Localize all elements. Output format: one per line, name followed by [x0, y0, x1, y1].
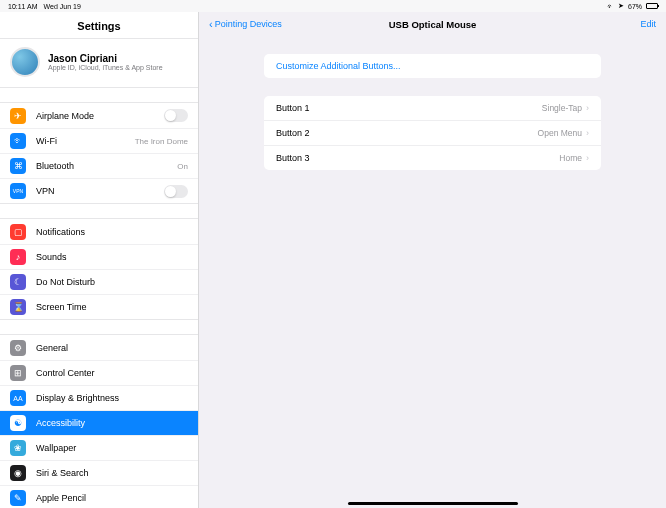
sidebar-item-wallpaper[interactable]: ❀ Wallpaper	[0, 435, 198, 460]
edit-button[interactable]: Edit	[640, 19, 656, 29]
screentime-icon: ⌛	[10, 299, 26, 315]
display-icon: AA	[10, 390, 26, 406]
airplane-toggle[interactable]	[164, 109, 188, 122]
sidebar-item-siri[interactable]: ◉ Siri & Search	[0, 460, 198, 485]
sidebar-item-wifi[interactable]: ᯤ Wi-Fi The Iron Dome	[0, 128, 198, 153]
sidebar-item-accessibility[interactable]: ☯ Accessibility	[0, 410, 198, 435]
customize-buttons-row[interactable]: Customize Additional Buttons...	[264, 54, 601, 78]
wallpaper-icon: ❀	[10, 440, 26, 456]
sidebar-item-label: General	[36, 343, 188, 353]
button-label: Button 2	[276, 128, 310, 138]
sidebar-item-general[interactable]: ⚙ General	[0, 335, 198, 360]
sidebar-item-label: Apple Pencil	[36, 493, 188, 503]
sidebar-item-label: Control Center	[36, 368, 188, 378]
back-label: Pointing Devices	[215, 19, 282, 29]
sidebar-item-airplane[interactable]: ✈ Airplane Mode	[0, 103, 198, 128]
profile-sub: Apple ID, iCloud, iTunes & App Store	[48, 64, 163, 71]
sidebar-item-label: Bluetooth	[36, 161, 177, 171]
chevron-right-icon: ›	[586, 103, 589, 113]
sidebar-item-label: Siri & Search	[36, 468, 188, 478]
sidebar-item-label: Wallpaper	[36, 443, 188, 453]
sidebar-item-screentime[interactable]: ⌛ Screen Time	[0, 294, 198, 319]
control-center-icon: ⊞	[10, 365, 26, 381]
sidebar-item-label: Do Not Disturb	[36, 277, 188, 287]
airplane-icon: ✈	[10, 108, 26, 124]
chevron-right-icon: ›	[586, 128, 589, 138]
battery-pct: 67%	[628, 3, 642, 10]
group-connectivity: ✈ Airplane Mode ᯤ Wi-Fi The Iron Dome ⌘ …	[0, 102, 198, 204]
sidebar-item-label: Wi-Fi	[36, 136, 135, 146]
button-1-row[interactable]: Button 1 Single-Tap ›	[264, 96, 601, 120]
location-icon: ➤	[618, 2, 624, 10]
customize-link: Customize Additional Buttons...	[276, 61, 401, 71]
sidebar-title: Settings	[0, 12, 198, 38]
sidebar-item-sounds[interactable]: ♪ Sounds	[0, 244, 198, 269]
sidebar-item-pencil[interactable]: ✎ Apple Pencil	[0, 485, 198, 508]
wifi-icon: ᯤ	[607, 3, 614, 10]
wifi-icon: ᯤ	[10, 133, 26, 149]
settings-sidebar: Settings Jason Cipriani Apple ID, iCloud…	[0, 12, 199, 508]
sidebar-item-dnd[interactable]: ☾ Do Not Disturb	[0, 269, 198, 294]
accessibility-icon: ☯	[10, 415, 26, 431]
group-alerts: ▢ Notifications ♪ Sounds ☾ Do Not Distur…	[0, 218, 198, 320]
page-title: USB Optical Mouse	[389, 19, 477, 30]
general-icon: ⚙	[10, 340, 26, 356]
chevron-left-icon: ‹	[209, 19, 213, 30]
status-bar: 10:11 AM Wed Jun 19 ᯤ ➤ 67%	[0, 0, 666, 12]
apple-id-row[interactable]: Jason Cipriani Apple ID, iCloud, iTunes …	[0, 38, 198, 88]
button-3-row[interactable]: Button 3 Home ›	[264, 145, 601, 170]
bt-detail: On	[177, 162, 188, 171]
sidebar-item-label: Screen Time	[36, 302, 188, 312]
battery-icon	[646, 3, 658, 9]
sidebar-item-cc[interactable]: ⊞ Control Center	[0, 360, 198, 385]
profile-name: Jason Cipriani	[48, 53, 163, 64]
button-action: Single-Tap	[542, 103, 582, 113]
vpn-icon: VPN	[10, 183, 26, 199]
sidebar-item-display[interactable]: AA Display & Brightness	[0, 385, 198, 410]
button-label: Button 1	[276, 103, 310, 113]
sidebar-item-label: Sounds	[36, 252, 188, 262]
wifi-detail: The Iron Dome	[135, 137, 188, 146]
dnd-icon: ☾	[10, 274, 26, 290]
sidebar-item-label: Notifications	[36, 227, 188, 237]
status-time: 10:11 AM	[8, 3, 38, 10]
buttons-panel: Button 1 Single-Tap › Button 2 Open Menu…	[264, 96, 601, 170]
sidebar-item-label: Display & Brightness	[36, 393, 188, 403]
sidebar-item-vpn[interactable]: VPN VPN	[0, 178, 198, 203]
detail-header: ‹ Pointing Devices USB Optical Mouse Edi…	[199, 12, 666, 36]
sidebar-item-notifications[interactable]: ▢ Notifications	[0, 219, 198, 244]
bluetooth-icon: ⌘	[10, 158, 26, 174]
sidebar-item-label: Accessibility	[36, 418, 188, 428]
sidebar-item-bluetooth[interactable]: ⌘ Bluetooth On	[0, 153, 198, 178]
group-general: ⚙ General ⊞ Control Center AA Display & …	[0, 334, 198, 508]
siri-icon: ◉	[10, 465, 26, 481]
detail-pane: ‹ Pointing Devices USB Optical Mouse Edi…	[199, 12, 666, 508]
sidebar-item-label: VPN	[36, 186, 164, 196]
customize-panel: Customize Additional Buttons...	[264, 54, 601, 78]
sidebar-item-label: Airplane Mode	[36, 111, 164, 121]
button-action: Home	[559, 153, 582, 163]
button-label: Button 3	[276, 153, 310, 163]
vpn-toggle[interactable]	[164, 185, 188, 198]
home-indicator[interactable]	[348, 502, 518, 505]
chevron-right-icon: ›	[586, 153, 589, 163]
sounds-icon: ♪	[10, 249, 26, 265]
avatar	[10, 47, 40, 77]
button-action: Open Menu	[538, 128, 582, 138]
notifications-icon: ▢	[10, 224, 26, 240]
status-date: Wed Jun 19	[44, 3, 81, 10]
pencil-icon: ✎	[10, 490, 26, 506]
back-button[interactable]: ‹ Pointing Devices	[209, 19, 282, 30]
button-2-row[interactable]: Button 2 Open Menu ›	[264, 120, 601, 145]
